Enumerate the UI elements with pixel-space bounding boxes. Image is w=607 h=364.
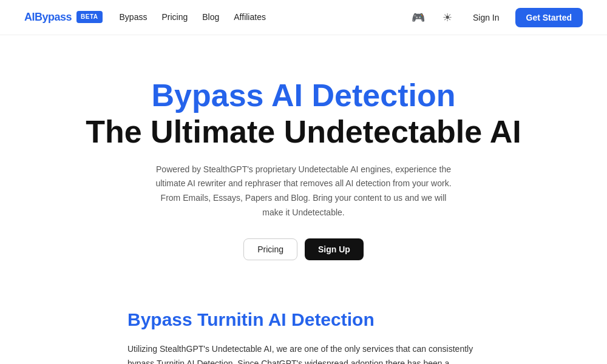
nav-link-bypass[interactable]: Bypass [120,10,148,24]
nav-links: Bypass Pricing Blog Affiliates [120,10,266,24]
hero-pricing-button[interactable]: Pricing [243,238,297,260]
hero-subtitle: Powered by StealthGPT's proprietary Unde… [152,163,455,220]
beta-badge: BETA [76,11,102,23]
hero-section: Bypass AI Detection The Ultimate Undetec… [0,35,607,291]
sign-in-button[interactable]: Sign In [467,9,506,26]
nav-left: AIBypass BETA Bypass Pricing Blog Affili… [24,8,266,26]
theme-toggle-icon[interactable]: ☀ [438,8,457,27]
content-heading: Bypass Turnitin AI Detection [127,309,480,331]
hero-heading-line2: The Ultimate Undetectable AI [86,114,521,149]
nav-link-affiliates[interactable]: Affiliates [234,10,266,24]
hero-heading: Bypass AI Detection The Ultimate Undetec… [24,78,583,150]
get-started-button[interactable]: Get Started [515,8,583,27]
nav-right: 🎮 ☀ Sign In Get Started [409,8,583,27]
hero-signup-button[interactable]: Sign Up [305,238,364,260]
logo-text: AIBypass [24,8,72,26]
hero-heading-line1: Bypass AI Detection [152,78,456,113]
content-body: Utilizing StealthGPT's Undetectable AI, … [127,342,480,364]
discord-icon[interactable]: 🎮 [409,8,428,27]
navbar: AIBypass BETA Bypass Pricing Blog Affili… [0,0,607,35]
logo-wrap: AIBypass BETA [24,8,103,26]
content-body-text: Utilizing StealthGPT's Undetectable AI, … [127,344,478,364]
nav-link-blog[interactable]: Blog [202,10,219,24]
content-section: Bypass Turnitin AI Detection Utilizing S… [103,309,504,364]
hero-cta-group: Pricing Sign Up [24,238,583,260]
nav-link-pricing[interactable]: Pricing [161,10,188,24]
